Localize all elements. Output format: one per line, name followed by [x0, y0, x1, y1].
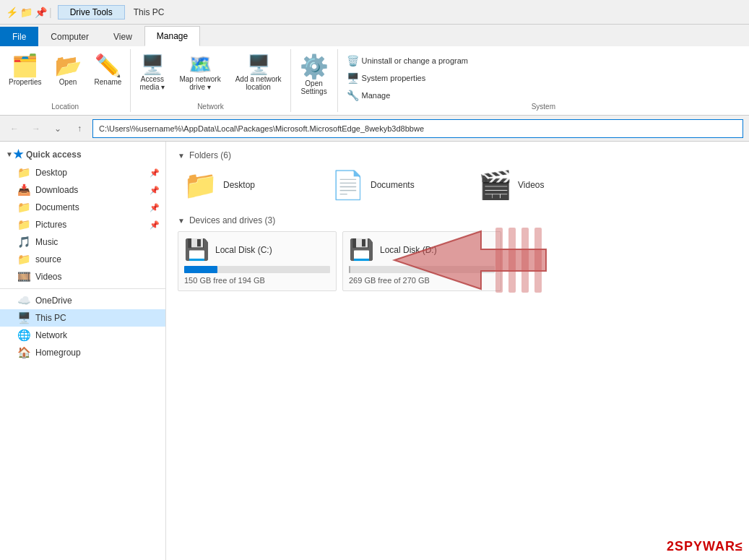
d-drive-name: Local Disk (D:) — [380, 245, 437, 255]
c-drive-header: 💾 Local Disk (C:) — [184, 238, 330, 262]
ribbon: 🗂️ Properties 📂 Open ✏️ Rename Location … — [0, 46, 749, 116]
downloads-folder-icon: 📥 — [17, 184, 31, 197]
system-properties-label: System properties — [362, 74, 426, 82]
c-drive-icon: 💾 — [184, 238, 209, 262]
open-settings-label: OpenSettings — [301, 79, 327, 95]
main-layout: ▼ ★ Quick access 📁 Desktop 📌 📥 Downloads… — [0, 142, 749, 560]
tab-view[interactable]: View — [101, 27, 144, 46]
pictures-folder-icon: 📁 — [17, 218, 31, 231]
quick-access-star-icon: ★ — [13, 147, 23, 161]
sidebar-item-source[interactable]: 📁 source — [0, 251, 165, 268]
uninstall-button[interactable]: 🗑️ Uninstall or change a program — [344, 53, 743, 68]
sidebar-item-desktop[interactable]: 📁 Desktop 📌 — [0, 164, 165, 181]
window-title: This PC — [125, 6, 173, 19]
map-network-label: Map networkdrive ▾ — [179, 75, 220, 91]
documents-big-icon: 📄 — [331, 169, 365, 201]
open-button[interactable]: 📂 Open — [49, 52, 87, 89]
sidebar: ▼ ★ Quick access 📁 Desktop 📌 📥 Downloads… — [0, 142, 166, 560]
system-properties-button[interactable]: 🖥️ System properties — [344, 71, 743, 85]
manage-button[interactable]: 🔧 Manage — [344, 88, 743, 103]
open-icon: 📂 — [55, 55, 82, 77]
drive-item-d[interactable]: 💾 Local Disk (D:) 269 GB free of 270 GB — [342, 231, 501, 291]
open-settings-container: ⚙️ OpenSettings — [294, 51, 334, 103]
watermark: 2SPYWAR≤ — [667, 539, 743, 554]
tab-file[interactable]: File — [0, 27, 38, 46]
location-buttons: 🗂️ Properties 📂 Open ✏️ Rename — [3, 51, 127, 103]
properties-label: Properties — [9, 78, 42, 86]
rename-icon: ✏️ — [95, 55, 121, 77]
forward-button[interactable]: → — [27, 120, 45, 137]
manage-icon: 🔧 — [347, 90, 359, 101]
drives-section-header[interactable]: ▼ Devices and drives (3) — [178, 215, 737, 225]
desktop-big-icon: 📁 — [183, 169, 217, 201]
ribbon-group-open-settings: ⚙️ OpenSettings — [291, 49, 338, 112]
drives-section-label: Devices and drives (3) — [189, 215, 275, 225]
sidebar-item-onedrive[interactable]: ☁️ OneDrive — [0, 292, 165, 309]
drives-grid: 💾 Local Disk (C:) 150 GB free of 194 GB … — [178, 231, 737, 291]
map-network-icon: 🗺️ — [189, 55, 212, 74]
access-media-button[interactable]: 🖥️ Accessmedia ▾ — [134, 52, 170, 94]
system-buttons: 🗑️ Uninstall or change a program 🖥️ Syst… — [344, 51, 743, 103]
folders-section-header[interactable]: ▼ Folders (6) — [178, 150, 737, 160]
documents-folder-icon: 📁 — [17, 201, 31, 214]
d-drive-bar-bg — [349, 266, 495, 273]
c-drive-bar-fill — [184, 266, 217, 273]
open-settings-group-label — [294, 103, 334, 111]
videos-folder-name: Videos — [518, 180, 544, 190]
settings-gear-icon: ⚙️ — [300, 55, 329, 78]
back-button[interactable]: ← — [6, 120, 23, 137]
network-buttons: 🖥️ Accessmedia ▾ 🗺️ Map networkdrive ▾ 🖥… — [134, 51, 287, 103]
title-bar: ⚡ 📁 📌 | Drive Tools This PC — [0, 0, 749, 25]
add-network-label: Add a networklocation — [235, 75, 282, 91]
sidebar-item-documents-label: Documents — [35, 202, 79, 212]
downloads-pin-icon: 📌 — [150, 186, 160, 195]
desktop-pin-icon: 📌 — [150, 168, 160, 178]
open-label: Open — [59, 78, 77, 86]
sidebar-item-downloads[interactable]: 📥 Downloads 📌 — [0, 181, 165, 199]
tab-manage[interactable]: Manage — [144, 26, 200, 46]
map-network-button[interactable]: 🗺️ Map networkdrive ▾ — [173, 52, 226, 94]
sidebar-item-homegroup-label: Homegroup — [35, 348, 81, 358]
up-button[interactable]: ↑ — [71, 120, 88, 137]
sidebar-item-documents[interactable]: 📁 Documents 📌 — [0, 199, 165, 216]
documents-pin-icon: 📌 — [150, 203, 160, 212]
system-props-icon: 🖥️ — [347, 72, 359, 84]
address-input[interactable] — [92, 119, 743, 138]
open-settings-button[interactable]: ⚙️ OpenSettings — [294, 52, 334, 98]
drive-item-c[interactable]: 💾 Local Disk (C:) 150 GB free of 194 GB — [178, 231, 337, 291]
videos-icon: 🎞️ — [17, 270, 31, 283]
tab-computer[interactable]: Computer — [38, 27, 101, 46]
add-network-button[interactable]: 🖥️ Add a networklocation — [230, 52, 287, 94]
sidebar-item-pictures-label: Pictures — [35, 220, 66, 230]
properties-button[interactable]: 🗂️ Properties — [3, 52, 48, 89]
sidebar-item-music[interactable]: 🎵 Music — [0, 233, 165, 251]
folder-item-documents[interactable]: 📄 Documents — [325, 166, 469, 204]
sidebar-item-videos[interactable]: 🎞️ Videos — [0, 268, 165, 285]
ribbon-group-network: 🖥️ Accessmedia ▾ 🗺️ Map networkdrive ▾ 🖥… — [131, 49, 290, 112]
source-folder-icon: 📁 — [17, 253, 31, 266]
sidebar-item-network[interactable]: 🌐 Network — [0, 327, 165, 344]
sidebar-item-this-pc[interactable]: 🖥️ This PC — [0, 309, 165, 327]
quick-access-header[interactable]: ▼ ★ Quick access — [0, 145, 165, 164]
network-group-label: Network — [134, 103, 287, 111]
d-drive-header: 💾 Local Disk (D:) — [349, 238, 495, 262]
drive-tools-tab[interactable]: Drive Tools — [58, 5, 125, 20]
add-network-icon: 🖥️ — [247, 55, 270, 74]
sidebar-item-homegroup[interactable]: 🏠 Homegroup — [0, 344, 165, 361]
music-icon: 🎵 — [17, 236, 31, 249]
recent-locations-button[interactable]: ⌄ — [49, 120, 66, 137]
sidebar-item-pictures[interactable]: 📁 Pictures 📌 — [0, 216, 165, 233]
access-media-label: Accessmedia ▾ — [139, 75, 165, 91]
separator: | — [49, 7, 52, 18]
folders-expand-icon: ▼ — [178, 152, 185, 160]
d-drive-bar-fill — [349, 266, 350, 273]
sidebar-item-desktop-label: Desktop — [35, 168, 67, 178]
desktop-folder-icon: 📁 — [17, 166, 31, 179]
divider1 — [0, 288, 165, 289]
rename-button[interactable]: ✏️ Rename — [89, 52, 128, 89]
this-pc-icon: 🖥️ — [17, 311, 31, 324]
folder-item-desktop[interactable]: 📁 Desktop — [178, 166, 322, 204]
homegroup-icon: 🏠 — [17, 346, 31, 359]
sidebar-item-videos-label: Videos — [35, 272, 61, 282]
folder-item-videos[interactable]: 🎬 Videos — [472, 166, 617, 204]
